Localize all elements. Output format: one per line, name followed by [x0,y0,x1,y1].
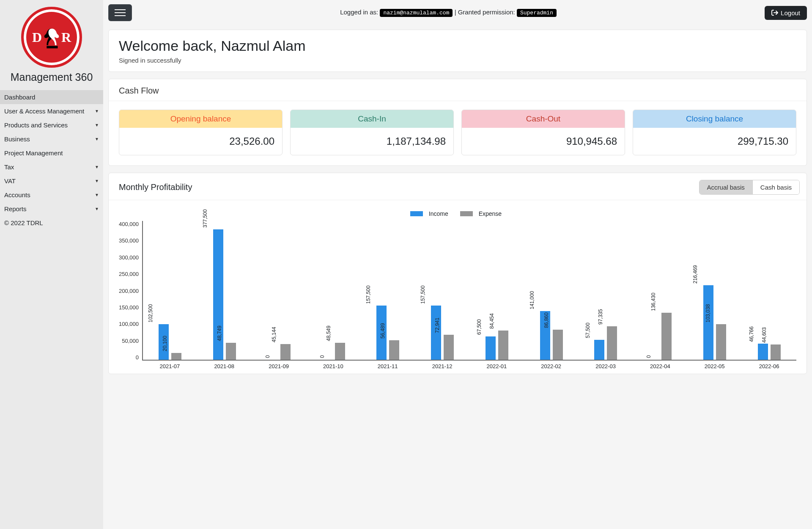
cashflow-title: Cash Flow [109,79,807,101]
chart-y-axis: 400,000350,000300,000250,000200,000150,0… [119,221,142,361]
sidebar-item-project-management[interactable]: Project Management [0,146,103,160]
y-tick: 300,000 [119,254,139,261]
bar-value-label: 136,430 [650,292,656,312]
chart-month-2022-05: 216,469103,038 [688,221,742,360]
expense-bar: 56,489 [389,340,399,360]
bar-value-label: 216,469 [692,265,698,285]
sidebar-item-tax[interactable]: Tax▼ [0,160,103,174]
cashflow-label: Opening balance [119,110,282,128]
bar-value-label: 86,860 [543,313,549,330]
logged-in-label: Logged in as: [340,8,378,16]
cashflow-value: 299,715.30 [633,128,796,155]
sidebar-item-accounts[interactable]: Accounts▼ [0,188,103,202]
bar-value-label: 377,500 [202,209,208,229]
x-tick: 2022-03 [579,361,633,369]
chart-month-2022-06: 46,76644,603 [742,221,796,360]
tab-accrual-basis[interactable]: Accrual basis [700,180,752,194]
caret-down-icon: ▼ [95,179,99,183]
chart-legend: Income Expense [119,210,796,218]
main-area: Logged in as: nazim@nazmulalam.com | Gra… [103,0,812,529]
sidebar-item-vat[interactable]: VAT▼ [0,174,103,188]
logout-button[interactable]: Logout [765,6,807,20]
cashflow-label: Cash-In [291,110,453,128]
permission-label: | Granted permission: [455,8,515,16]
caret-down-icon: ▼ [95,193,99,197]
chart-month-2021-08: 377,50048,749 [198,221,252,360]
welcome-subtitle: Signed in successfully [119,57,796,64]
expense-bar: 103,038 [716,324,726,360]
x-tick: 2021-12 [415,361,469,369]
expense-bar: 86,860 [553,330,563,360]
caret-down-icon: ▼ [95,207,99,211]
brand-title: Management 360 [3,71,100,90]
y-tick: 350,000 [119,237,139,244]
legend-income-label: Income [429,210,448,217]
income-bar: 67,500 [486,336,496,360]
welcome-title: Welcome back, Nazmul Alam [119,38,796,54]
bar-value-label: 56,489 [380,323,386,340]
bar-value-label: 48,549 [325,326,331,343]
profitability-card: Monthly Profitability Accrual basis Cash… [108,173,807,374]
sidebar-item-label: Products and Services [4,121,68,129]
cashflow-label: Closing balance [633,110,796,128]
bar-value-label: 97,335 [598,309,604,326]
expense-bar: 45,144 [280,344,291,360]
chart-month-2022-01: 67,50084,454 [470,221,524,360]
logout-label: Logout [781,9,800,17]
tab-cash-basis[interactable]: Cash basis [752,180,799,194]
legend-expense-label: Expense [479,210,502,217]
chart-month-2021-11: 157,50056,489 [361,221,415,360]
sidebar-item-label: Accounts [4,191,30,198]
sidebar-item-label: VAT [4,177,16,185]
cashflow-card-closing-balance: Closing balance299,715.30 [633,110,796,155]
bar-value-label: 20,100 [162,336,168,353]
chart-x-axis: 2021-072021-082021-092021-102021-112021-… [143,361,796,369]
sidebar-item-products-and-services[interactable]: Products and Services▼ [0,118,103,132]
hamburger-button[interactable] [108,4,132,21]
x-tick: 2021-08 [197,361,252,369]
cashflow-value: 23,526.00 [119,128,282,155]
y-tick: 250,000 [119,271,139,277]
bar-value-label: 44,603 [761,327,767,344]
sidebar-item-business[interactable]: Business▼ [0,132,103,146]
expense-bar: 48,749 [226,343,236,360]
expense-bar: 97,335 [607,326,617,360]
user-email-badge: nazim@nazmulalam.com [380,9,453,17]
bar-value-label: 141,000 [529,291,535,311]
bar-value-label: 45,144 [271,327,277,344]
bar-value-label: 157,500 [420,285,426,305]
knight-icon [43,25,60,49]
bar-value-label: 157,500 [366,285,372,305]
sidebar: D R Management 360 DashboardUser & Acces… [0,0,103,529]
legend-swatch-expense [460,211,473,216]
brand-logo: D R [21,7,82,68]
sidebar-item-user-access-management[interactable]: User & Access Management▼ [0,104,103,118]
cashflow-label: Cash-Out [462,110,625,128]
logout-icon [771,9,778,16]
chart-area: Income Expense 400,000350,000300,000250,… [109,200,807,374]
sidebar-item-label: Dashboard [4,94,35,101]
sidebar-item-label: Project Management [4,149,63,157]
bar-value-label: 103,038 [705,304,711,324]
expense-bar: 72,941 [444,335,454,360]
chart-month-2022-03: 57,50097,335 [579,221,633,360]
bar-value-label: 0 [646,355,652,360]
bar-value-label: 48,749 [217,326,222,343]
bar-value-label: 0 [319,355,325,360]
bar-value-label: 102,500 [148,304,154,324]
sidebar-item-reports[interactable]: Reports▼ [0,202,103,216]
bar-value-label: 46,766 [748,326,754,344]
x-tick: 2021-11 [360,361,415,369]
income-bar: 46,766 [758,344,768,360]
x-tick: 2022-05 [687,361,742,369]
basis-toggle: Accrual basis Cash basis [699,180,800,195]
x-tick: 2022-01 [469,361,524,369]
cashflow-card-opening-balance: Opening balance23,526.00 [119,110,283,155]
expense-bar: 44,603 [771,344,781,360]
sidebar-item-dashboard[interactable]: Dashboard [0,90,103,104]
permission-badge: Superadmin [517,9,557,17]
x-tick: 2022-02 [524,361,579,369]
sidebar-item-label: Reports [4,205,27,212]
bar-value-label: 0 [265,355,271,360]
sidebar-item-label: Business [4,135,30,143]
